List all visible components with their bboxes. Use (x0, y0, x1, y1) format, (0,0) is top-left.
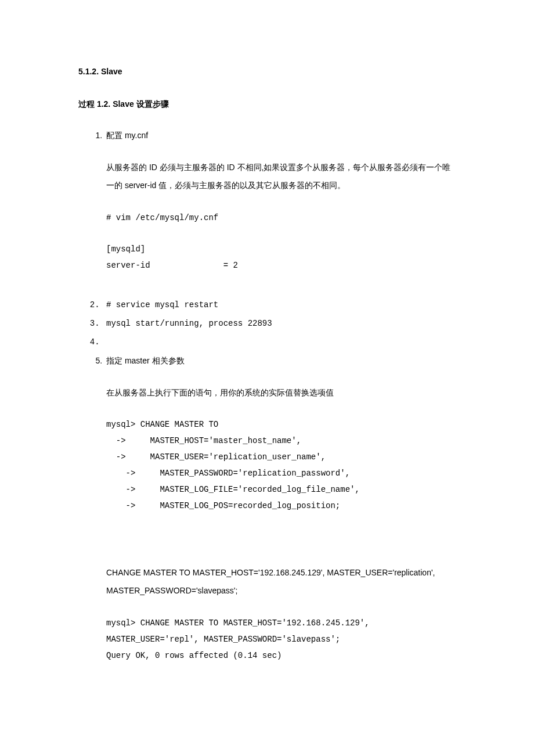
code-line: -> MASTER_HOST='master_host_name', (106, 436, 301, 445)
page: 5.1.2. Slave 过程 1.2. Slave 设置步骤 配置 my.cn… (0, 0, 534, 756)
code-line: MASTER_USER='repl', MASTER_PASSWORD='sla… (106, 635, 340, 644)
step-3: mysql start/running, process 22893 (104, 315, 456, 332)
procedure-heading: 过程 1.2. Slave 设置步骤 (78, 99, 456, 110)
step-5-desc: 在从服务器上执行下面的语句，用你的系统的实际值替换选项值 (106, 384, 456, 402)
code-line: mysql> CHANGE MASTER TO MASTER_HOST='192… (106, 618, 374, 628)
code-line: -> MASTER_PASSWORD='replication_password… (106, 469, 350, 478)
code-line: -> MASTER_LOG_POS=recorded_log_position; (106, 501, 340, 510)
step-1-title: 配置 my.cnf (106, 127, 456, 143)
code-line: Query OK, 0 rows affected (0.14 sec) (106, 651, 282, 660)
step-5-code-b: mysql> CHANGE MASTER TO MASTER_HOST='192… (106, 615, 456, 664)
step-5-code-a: mysql> CHANGE MASTER TO -> MASTER_HOST='… (106, 416, 456, 514)
step-1-desc: 从服务器的 ID 必须与主服务器的 ID 不相同,如果设置多个从服务器，每个从服… (106, 159, 456, 195)
code-line: server-id = 2 (106, 261, 238, 270)
step-2: # service mysql restart (104, 297, 456, 313)
code-line: [mysqld] (106, 244, 145, 254)
step-1-code-2: [mysqld] server-id = 2 (106, 241, 456, 273)
step-1: 配置 my.cnf 从服务器的 ID 必须与主服务器的 ID 不相同,如果设置多… (104, 127, 456, 294)
step-5-title: 指定 master 相关参数 (106, 352, 456, 369)
step-5-example-text: CHANGE MASTER TO MASTER_HOST='192.168.24… (106, 564, 456, 600)
step-5: 指定 master 相关参数 在从服务器上执行下面的语句，用你的系统的实际值替换… (104, 352, 456, 664)
steps-list: 配置 my.cnf 从服务器的 ID 必须与主服务器的 ID 不相同,如果设置多… (78, 127, 456, 664)
section-number: 5.1.2. Slave (78, 67, 456, 76)
code-line: -> MASTER_USER='replication_user_name', (106, 452, 326, 462)
code-line: mysql> CHANGE MASTER TO (106, 420, 218, 429)
step-1-code-1: # vim /etc/mysql/my.cnf (106, 210, 456, 226)
code-line: -> MASTER_LOG_FILE='recorded_log_file_na… (106, 485, 360, 494)
step-4 (104, 334, 456, 350)
